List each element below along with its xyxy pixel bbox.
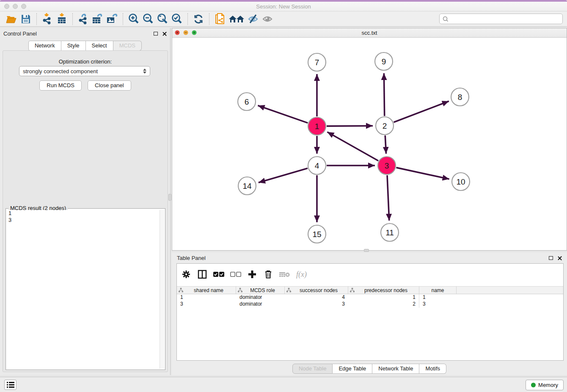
float-table-panel-icon[interactable] [549,256,553,260]
graph-edge-1-6[interactable] [258,105,308,123]
tab-edge-table[interactable]: Edge Table [333,364,372,374]
deselect-all-checkboxes-icon[interactable] [230,269,241,280]
graph-edge-2-8[interactable] [394,101,449,122]
zoom-out-icon[interactable] [141,13,155,25]
zoom-selected-icon[interactable] [170,13,184,25]
show-panels-button[interactable] [4,380,17,390]
result-line: 3 [8,217,159,224]
app-titlebar: Session: New Session [0,2,567,11]
export-table-icon[interactable] [91,13,105,25]
app-title: Session: New Session [0,2,567,11]
sort-hierarchy-icon [238,288,242,293]
graph-edge-2-9[interactable] [384,73,384,116]
status-bar: Memory [0,377,567,392]
toolbar-separator [123,13,123,25]
open-file-icon[interactable] [4,13,19,25]
tab-node-table[interactable]: Node Table [292,364,333,374]
memory-button[interactable]: Memory [526,380,564,390]
graph-edge-1-2[interactable] [327,126,373,126]
clone-network-icon[interactable] [213,13,227,25]
close-panel-icon[interactable] [162,31,167,36]
toolbar-separator [187,13,188,25]
import-table-icon[interactable] [55,13,69,25]
sort-hierarchy-icon [350,288,355,293]
add-column-icon[interactable] [247,269,257,280]
app-close-button[interactable] [4,4,9,9]
horizontal-splitter-handle[interactable] [364,249,369,252]
close-panel-button[interactable]: Close panel [88,80,131,91]
table-cell: dominator [236,294,285,301]
show-all-icon[interactable] [260,13,275,25]
close-table-panel-icon[interactable] [557,256,562,260]
delete-selected-icon[interactable] [263,269,273,280]
tab-style[interactable]: Style [61,41,86,51]
column-header-label: name [421,287,454,293]
tab-select[interactable]: Select [86,41,113,51]
app-minimize-button[interactable] [13,4,18,9]
column-header-predecessor-nodes[interactable]: predecessor nodes [348,287,419,294]
float-panel-icon[interactable] [154,32,158,36]
result-scrollbar[interactable] [160,210,164,369]
graph-edge-2-3[interactable] [385,135,386,154]
optimization-criterion-dropdown[interactable]: strongly connected component [19,66,150,76]
table-cell: 1 [177,294,236,301]
table-tabs: Node Table Edge Table Network Table Moti… [172,364,567,374]
graph-node-label: 10 [456,177,465,186]
export-image-icon[interactable] [105,13,119,25]
column-header-MCDS-role[interactable]: MCDS role [236,287,285,294]
network-canvas[interactable]: 7968124314101511 [172,38,567,250]
window-close-icon[interactable] [175,29,180,37]
graph-node-label: 2 [383,121,387,130]
table-toolbar: f(x) [181,267,307,282]
column-header-shared-name[interactable]: shared name [177,287,236,294]
tab-mcds[interactable]: MCDS [113,41,142,51]
table-row[interactable]: 1dominator411 [177,294,563,301]
home-layout-icon[interactable] [227,13,246,25]
dropdown-value: strongly connected component [23,68,143,75]
graph-node-label: 15 [312,230,321,239]
hide-selected-icon[interactable] [246,13,260,25]
optimization-criterion-label: Optimization criterion: [3,58,168,65]
search-input[interactable] [449,14,562,24]
import-network-icon[interactable] [40,13,55,25]
network-graph: 7968124314101511 [172,38,567,250]
tab-motifs[interactable]: Motifs [419,364,446,374]
graph-node-label: 6 [245,97,249,106]
graph-edge-4-14[interactable] [259,168,308,182]
table-cell: 4 [285,294,348,301]
table-cell: 1 [419,294,457,301]
browse-columns-icon[interactable] [197,269,207,280]
table-cell: dominator [236,301,285,308]
network-window-title: scc.txt [172,30,567,36]
graph-edge-3-1[interactable] [327,132,378,161]
graph-node-label: 7 [315,58,319,67]
column-header-name[interactable]: name [419,287,457,294]
export-network-icon[interactable] [76,13,91,25]
app-zoom-button[interactable] [21,4,26,9]
toolbar-separator [72,13,73,25]
graph-edge-3-11[interactable] [387,175,389,221]
vertical-splitter-handle[interactable] [168,194,171,201]
select-all-checkboxes-icon[interactable] [213,269,224,280]
tab-network-table[interactable]: Network Table [372,364,419,374]
zoom-fit-icon[interactable] [155,13,170,25]
table-row[interactable]: 3dominator323 [177,301,563,308]
graph-node-label: 3 [385,161,389,170]
refresh-icon[interactable] [191,13,206,25]
run-mcds-button[interactable]: Run MCDS [39,80,82,91]
window-maximize-icon[interactable] [192,29,197,37]
window-minimize-icon[interactable] [183,29,188,37]
sort-hierarchy-icon [179,288,183,293]
tab-network[interactable]: Network [28,41,61,51]
column-header-successor-nodes[interactable]: successor nodes [285,287,348,294]
mcds-result-text[interactable]: 1 3 [7,210,159,369]
graph-edge-3-10[interactable] [396,168,449,179]
zoom-in-icon[interactable] [127,13,141,25]
search-field[interactable] [439,14,563,24]
table-cell: 2 [348,301,419,308]
save-session-icon[interactable] [19,13,33,25]
table-options-gear-icon[interactable] [181,269,191,280]
table-cell: 3 [177,301,236,308]
control-panel-tabs: Network Style Select MCDS [0,41,170,51]
node-table: shared nameMCDS rolesuccessor nodesprede… [177,286,563,308]
